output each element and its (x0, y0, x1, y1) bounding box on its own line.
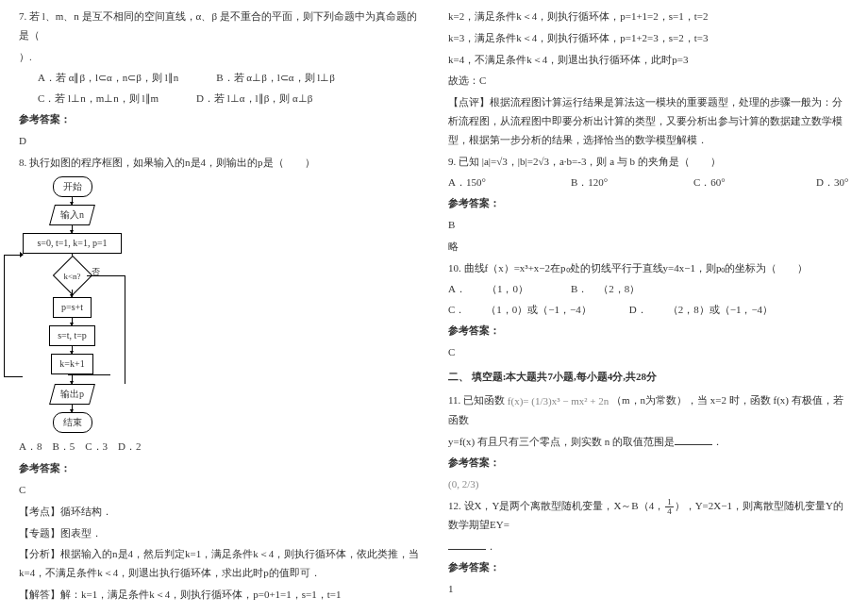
q8-answer: C (19, 481, 420, 500)
q11-stem-line2: y=f(x) 有且只有三个零点，则实数 n 的取值范围是． (448, 433, 849, 452)
q7-stem-line1: 7. 若 l、m、n 是互不相同的空间直线，α、β 是不重合的平面，则下列命题中… (19, 8, 420, 45)
q8-cont3: k=4，不满足条件k＜4，则退出执行循环体，此时p=3 (448, 51, 849, 70)
q7-opt-c: C．若 l⊥n，m⊥n，则 l∥m (38, 90, 159, 108)
flowchart: 开始 输入n s=0, t=1, k=1, p=1 k<n? 否 p=s+t s… (23, 176, 420, 433)
q10-opt-c: C． （1，0）或（−1，−4） (448, 301, 592, 320)
q8-opts: A．8 B．5 C．3 D．2 (19, 438, 420, 456)
q8-cont1: k=2，满足条件k＜4，则执行循环体，p=1+1=2，s=1，t=2 (448, 8, 849, 26)
flow-input: 输入n (49, 205, 95, 225)
q10-opt-b: B． （2，8） (571, 280, 656, 299)
q12-blank (448, 539, 486, 550)
q9-answer-label: 参考答案： (448, 194, 849, 213)
flow-step1: p=s+t (53, 297, 92, 318)
q9-note: 略 (448, 238, 849, 257)
q11-stem: 11. 已知函数 f(x)= (1/3)x³ − mx² + 2n （m，n为常… (448, 391, 849, 429)
q7-opt-a: A．若 α∥β，l⊂α，n⊂β，则 l∥n (38, 69, 178, 88)
flow-step3: k=k+1 (51, 354, 92, 374)
q8-ex1: 【考点】循环结构． (19, 503, 420, 522)
flow-init: s=0, t=1, k=1, p=1 (23, 233, 122, 254)
q10-opt-d: D． （2，8）或（−1，−4） (629, 301, 773, 320)
q12-stem: 12. 设X，Y是两个离散型随机变量，X～B（4，14），Y=2X−1，则离散型… (448, 497, 849, 535)
q8-cont2: k=3，满足条件k＜4，则执行循环体，p=1+2=3，s=2，t=3 (448, 29, 849, 48)
q10-answer-label: 参考答案： (448, 322, 849, 340)
q8-answer-label: 参考答案： (19, 459, 420, 478)
q8-cont4: 故选：C (448, 72, 849, 91)
q12-stem-line2: ． (448, 538, 849, 556)
q7-answer-label: 参考答案： (19, 110, 420, 129)
q11-answer: (0, 2/3) (448, 475, 849, 494)
q7-answer: D (19, 132, 420, 151)
flow-step2: s=t, t=p (49, 325, 95, 346)
q9-opt-b: B．120° (571, 174, 656, 192)
q7-opt-d: D．若 l⊥α，l∥β，则 α⊥β (196, 90, 312, 108)
q12-answer: 1 (448, 580, 849, 599)
q7-opt-b: B．若 α⊥β，l⊂α，则 l⊥β (216, 69, 335, 88)
flow-start: 开始 (53, 176, 92, 197)
q9-answer: B (448, 216, 849, 235)
q9-stem: 9. 已知 |a|=√3，|b|=2√3，a·b=-3，则 a 与 b 的夹角是… (448, 153, 849, 172)
q10-answer: C (448, 343, 849, 362)
flow-cond: k<n? 否 (49, 261, 96, 290)
flow-output: 输出p (49, 384, 95, 405)
q11-blank (675, 434, 712, 445)
q8-ex2: 【专题】图表型． (19, 524, 420, 543)
q8-cont5: 【点评】根据流程图计算运行结果是算法这一模块的重要题型，处理的步骤一般为：分析流… (448, 93, 849, 149)
q10-opt-a: A． （1，0） (448, 280, 533, 299)
q9-opt-a: A．150° (448, 174, 533, 192)
q9-opt-d: D．30° (816, 174, 868, 192)
q8-ex4: 【解答】解：k=1，满足条件k＜4，则执行循环体，p=0+1=1，s=1，t=1 (19, 586, 420, 605)
q11-answer-label: 参考答案： (448, 454, 849, 473)
flow-end: 结束 (53, 412, 92, 433)
q10-stem: 10. 曲线f（x）=x³+x−2在p₀处的切线平行于直线y=4x−1，则p₀的… (448, 259, 849, 278)
q12-answer-label: 参考答案： (448, 558, 849, 577)
q8-ex3: 【分析】根据输入的n是4，然后判定k=1，满足条件k＜4，则执行循环体，依此类推… (19, 545, 420, 583)
q12-fraction: 14 (665, 498, 674, 516)
q7-stem-line2: ）. (19, 48, 420, 67)
q8-stem: 8. 执行如图的程序框图，如果输入的n是4，则输出的p是（ ） (19, 154, 420, 173)
q11-formula: f(x)= (1/3)x³ − mx² + 2n (508, 392, 609, 411)
q9-opt-c: C．60° (693, 174, 778, 192)
section-title-fill: 二、 填空题:本大题共7小题,每小题4分,共28分 (448, 368, 849, 387)
